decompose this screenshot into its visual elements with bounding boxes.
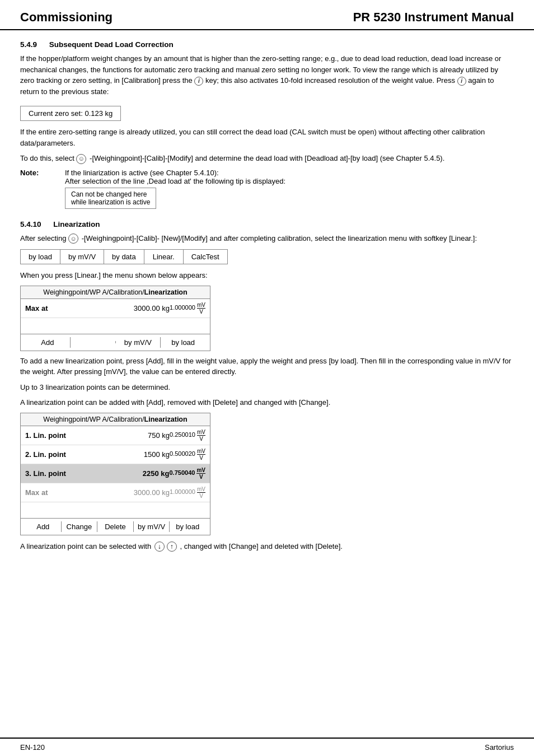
mvv-unit-2b: mV V [197,448,205,461]
screen1-footer-byload[interactable]: by load [161,337,205,348]
softkey-by-data[interactable]: by data [104,250,144,264]
softkey-calctest[interactable]: CalcTest [184,250,227,264]
section-5-4-9-para1: If the hopper/platform weight changes by… [20,53,514,97]
mvv-unit-2c: mV V [196,467,205,480]
screen2-row1-mvv: 0.250010 mV V [170,429,205,442]
info-icon-1: i [194,77,203,86]
screen1-row1-label: Max at [25,304,87,312]
screen2-row1-label: 1. Lin. point [25,431,87,440]
screen2-row2-label: 2. Lin. point [25,450,87,459]
screen1-header: Weighingpoint/WP A/Calibration/Lineariza… [21,286,210,299]
screen2-row4-value: 3000.00 kg [87,488,170,497]
mvv-unit-2a: mV V [197,429,205,442]
section-5-4-10-para6: A linearization point can be selected wi… [20,541,514,552]
section-5-4-9: 5.4.9 Subsequent Dead Load Correction If… [20,40,514,211]
screen1-footer-add[interactable]: Add [25,337,71,348]
note-block-5-4-9: Note: If the liniarization is active (se… [20,169,514,211]
mvv-unit-1: mV V [197,302,205,315]
footer-right: Sartorius [485,743,514,752]
page: Commissioning PR 5230 Instrument Manual … [0,0,534,756]
screen2-row3: 3. Lin. point 2250 kg 0.750040 mV V [21,464,210,483]
screen2-footer-byload[interactable]: by load [170,521,205,532]
screen1-row1-mvv: 1.000000 mV V [170,302,205,315]
section-5-4-10-para4: Up to 3 linearization points can be dete… [20,382,514,393]
screen2-spacer [21,502,210,518]
screen2-row3-value: 2250 kg [87,469,169,478]
menu-icon-2: ☺ [68,234,78,244]
section-5-4-10-para3: To add a new linearization point, press … [20,356,514,377]
screen2-row1-value: 750 kg [87,431,170,440]
section-5-4-9-para3: To do this, select ☺ -[Weighingpoint]-[C… [20,153,514,164]
screen2-footer-bymvv[interactable]: by mV/V [134,521,170,532]
mvv-unit-2d: mV V [197,486,205,499]
screen2-footer-add[interactable]: Add [25,521,62,532]
screen2-row4-mvv: 1.000000 mV V [170,486,205,499]
softkey-bar-top: by load by mV/V by data Linear. CalcTest [20,249,228,264]
screen1-spacer [21,318,210,334]
note-label: Note: [20,169,59,177]
page-header: Commissioning PR 5230 Instrument Manual [0,0,534,30]
section-5-4-9-heading: 5.4.9 Subsequent Dead Load Correction [20,40,514,49]
section-5-4-10: 5.4.10 Linearization After selecting ☺ -… [20,220,514,552]
screen2-row4-label: Max at [25,488,87,497]
screen1-footer-empty [71,341,116,343]
linearization-active-box: Can not be changed here while linearizat… [65,188,156,209]
screen2-footer-delete[interactable]: Delete [97,521,134,532]
main-content: 5.4.9 Subsequent Dead Load Correction If… [0,30,534,738]
screen2-header: Weighingpoint/WP A/Calibration/Lineariza… [21,413,210,426]
screen1-row1: Max at 3000.00 kg 1.000000 mV V [21,299,210,318]
section-5-4-10-para2: When you press [Linear.] the menu shown … [20,270,514,281]
screen2-row3-label: 3. Lin. point [25,469,87,478]
section-5-4-10-para5: A linearization point can be added with … [20,397,514,408]
softkey-by-load[interactable]: by load [21,250,60,264]
screen2-row4: Max at 3000.00 kg 1.000000 mV V [21,483,210,502]
down-arrow-icon: ↓ [154,542,165,552]
section-5-4-9-para2: If the entire zero-setting range is alre… [20,127,514,148]
section-5-4-10-heading: 5.4.10 Linearization [20,220,514,228]
screen1-footer-bymvv[interactable]: by mV/V [116,337,161,348]
section-5-4-10-para1: After selecting ☺ -[Weighingpoint]-[Cali… [20,233,514,244]
info-icon-2: i [457,77,466,86]
screen2-row3-mvv: 0.750040 mV V [169,467,205,480]
linearization-screen-1: Weighingpoint/WP A/Calibration/Lineariza… [20,286,210,351]
header-left: Commissioning [20,10,113,25]
screen1-footer: Add by mV/V by load [21,334,210,351]
screen2-footer: Add Change Delete by mV/V by load [21,518,210,535]
page-footer: EN-120 Sartorius [0,738,534,756]
linearization-screen-2: Weighingpoint/WP A/Calibration/Lineariza… [20,413,210,535]
softkey-linear[interactable]: Linear. [144,250,184,264]
screen2-footer-change[interactable]: Change [62,521,98,532]
screen2-row2: 2. Lin. point 1500 kg 0.500020 mV V [21,445,210,464]
screen2-row2-mvv: 0.500020 mV V [170,448,205,461]
header-right: PR 5230 Instrument Manual [353,10,514,25]
up-arrow-icon: ↑ [167,542,177,552]
footer-left: EN-120 [20,743,45,752]
note-content: If the liniarization is active (see Chap… [65,169,514,211]
zero-set-info-box: Current zero set: 0.123 kg [20,106,121,121]
screen2-row1: 1. Lin. point 750 kg 0.250010 mV V [21,426,210,445]
screen2-row2-value: 1500 kg [87,450,170,459]
menu-icon-1: ☺ [76,154,86,164]
screen1-row1-value: 3000.00 kg [87,304,170,312]
softkey-by-mvv[interactable]: by mV/V [60,250,104,264]
